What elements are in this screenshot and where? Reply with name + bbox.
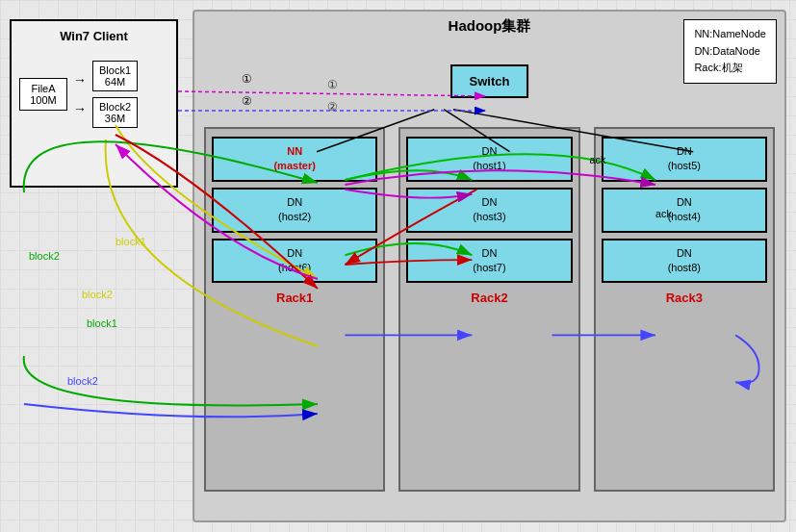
dn-host6-box: DN (host6) [212,239,377,284]
dn-host5-box: DN (host5) [602,137,767,182]
rack2-label: Rack2 [471,291,507,305]
block1-size: 64M [99,76,131,88]
dn-host3-box: DN (host3) [406,188,572,233]
legend-line3: Rack:机架 [694,60,766,77]
dn-host2-box: DN (host2) [212,188,377,233]
rack3: DN (host5) DN (host4) DN (host8) Rack3 [594,127,775,492]
rack1-label: Rack1 [276,291,313,305]
rack3-label: Rack3 [666,291,703,305]
dn-host4-box: DN (host4) [602,188,767,233]
dn-host7-box: DN (host7) [406,239,572,284]
file-name: FileA [26,83,61,94]
svg-text:①: ① [242,72,252,85]
block1-box: Block1 64M [92,61,138,91]
block-boxes: Block1 64M Block2 36M [92,61,138,128]
file-size: 100M [26,94,61,106]
legend-box: NN:NameNode DN:DataNode Rack:机架 [683,19,777,84]
switch-box: Switch [450,64,529,98]
rack1: NN (master) DN (host2) DN (host6) Rack1 [204,127,385,492]
dn-host1-box: DN (host1) [406,137,572,182]
dn-host8-box: DN (host8) [602,239,767,284]
legend-line2: DN:DataNode [694,43,766,61]
nn-master-label: (master) [218,159,372,173]
nn-master-box: NN (master) [212,137,377,182]
block2-size: 36M [99,113,131,124]
block-arrows: → → [73,65,87,123]
win7-client-title: Win7 Client [19,29,168,43]
svg-text:②: ② [242,94,252,107]
block2-box: Block2 36M [92,97,138,128]
rack2: DN (host1) DN (host3) DN (host7) Rack2 [398,127,579,492]
racks-area: NN (master) DN (host2) DN (host6) Rack1 … [204,127,775,492]
block1-name: Block1 [99,64,131,76]
nn-label: NN [218,144,372,159]
file-box: FileA 100M [19,78,67,111]
hadoop-area: Hadoop集群 NN:NameNode DN:DataNode Rack:机架… [193,10,786,522]
win7-client-box: Win7 Client FileA 100M → → Block1 64M Bl… [10,19,178,188]
block2-name: Block2 [99,101,131,113]
legend-line1: NN:NameNode [694,26,766,43]
win7-client-inner: FileA 100M → → Block1 64M Block2 36M [19,61,168,128]
